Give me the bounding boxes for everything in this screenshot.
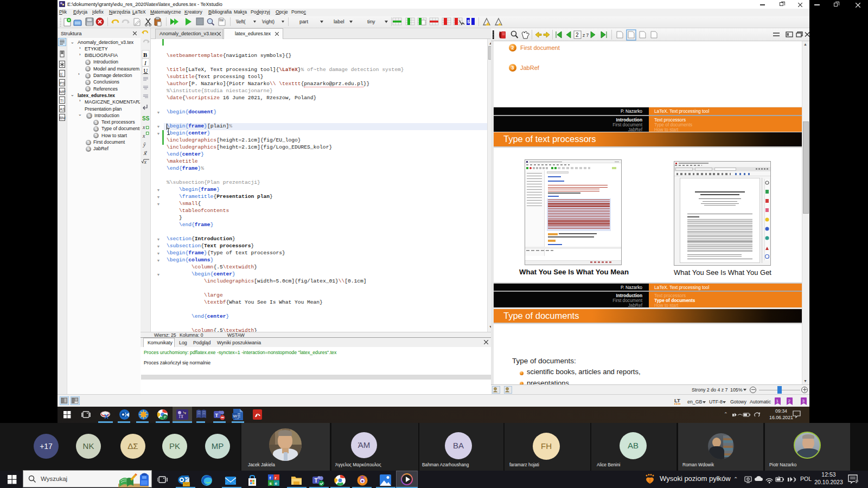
svg-text:T: T: [315, 478, 318, 484]
svg-text:z 7: z 7: [583, 33, 589, 38]
svg-text:part: part: [299, 19, 308, 24]
svg-text:PS: PS: [60, 81, 65, 86]
svg-text:AS: AS: [60, 107, 65, 112]
svg-text:$: $: [467, 19, 470, 24]
svg-text:SS: SS: [142, 115, 150, 121]
svg-text:1: 1: [776, 399, 779, 403]
svg-text:U: U: [144, 67, 148, 74]
svg-text:x: x: [142, 124, 145, 130]
svg-text:x: x: [144, 159, 147, 165]
svg-text:tiny: tiny: [367, 19, 375, 24]
svg-text:2: 2: [576, 32, 579, 38]
svg-text:ỹ: ỹ: [143, 142, 146, 147]
svg-text:TI: TI: [60, 98, 64, 103]
svg-text:r: r: [275, 476, 277, 480]
svg-text:BM: BM: [60, 115, 66, 120]
svg-text:P: P: [164, 415, 167, 419]
svg-text:s: s: [270, 481, 272, 486]
svg-text:log: log: [220, 18, 224, 21]
svg-text:W: W: [233, 414, 238, 419]
svg-text:x: x: [142, 133, 145, 139]
svg-text:B: B: [143, 52, 148, 58]
svg-text:((.: ((.: [60, 72, 64, 76]
svg-text:T: T: [215, 413, 219, 418]
svg-text:2: 2: [788, 399, 791, 403]
svg-text:MP: MP: [60, 89, 66, 94]
svg-text:f: f: [270, 476, 271, 480]
svg-text:3: 3: [802, 399, 805, 403]
svg-text:x⃗: x⃗: [143, 150, 147, 156]
svg-text:TX: TX: [178, 414, 183, 419]
svg-text:e: e: [275, 481, 278, 486]
svg-text:\right): \right): [262, 19, 275, 24]
svg-text:label: label: [334, 19, 344, 24]
svg-text:\left(: \left(: [236, 19, 246, 24]
